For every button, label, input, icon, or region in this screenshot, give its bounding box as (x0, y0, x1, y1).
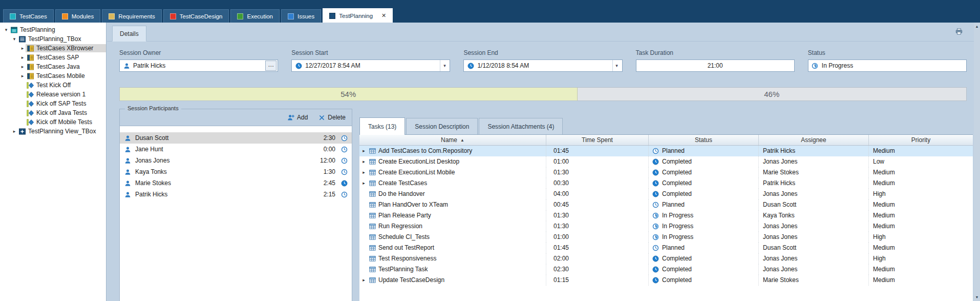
task-name: Plan Release Party (378, 210, 431, 221)
app-tab-modules[interactable]: Modules (55, 9, 100, 23)
column-header-status[interactable]: Status (649, 135, 759, 145)
expand-caret-icon[interactable]: ▸ (361, 178, 366, 189)
column-header-time-spent[interactable]: Time Spent (546, 135, 649, 145)
tree-item-kick-off-sap-tests[interactable]: Kick off SAP Tests (0, 99, 106, 108)
app-tab-requirements[interactable]: Requirements (102, 9, 162, 23)
tree-expand-icon[interactable]: ▸ (19, 46, 26, 51)
tasks-tab-session-description[interactable]: Session Description (406, 118, 478, 134)
tree-item-testcases-xbrowser[interactable]: ▸TestCases XBrowser (0, 44, 106, 53)
app-tab-testcases[interactable]: TestCases (3, 9, 54, 23)
tasks-tab-session-attachments-4[interactable]: Session Attachments (4) (479, 118, 563, 134)
tree-item-release-version-1[interactable]: Release version 1 (0, 90, 106, 99)
expand-caret-icon[interactable]: ▸ (361, 275, 366, 286)
task-row-testplanning-task[interactable]: TestPlanning Task02:30CompletedJonas Jon… (359, 264, 973, 275)
task-time-spent: 01:15 (546, 275, 649, 286)
task-row-send-out-testreport[interactable]: Send out TestReport01:45PlannedDusan Sco… (359, 243, 973, 253)
task-row-test-responsiveness[interactable]: Test Responsiveness02:00CompletedJonas J… (359, 253, 973, 264)
task-row-add-testcases-to-com-repository[interactable]: ▸Add TestCases to Com.Repository01:45Pla… (359, 146, 973, 156)
task-time-spent: 00:30 (546, 178, 649, 189)
column-header-priority[interactable]: Priority (869, 135, 973, 145)
tree-item-testcases-mobile[interactable]: ▸TestCases Mobile (0, 71, 106, 81)
tree-item-kick-off-java-tests[interactable]: Kick off Java Tests (0, 108, 106, 117)
participant-time: 0:00 (317, 146, 335, 153)
task-row-schedule-ci-tests[interactable]: Schedule CI_Tests01:00In ProgressJonas J… (359, 232, 973, 243)
tree-item-testcases-sap[interactable]: ▸TestCases SAP (0, 53, 106, 62)
participant-time: 2:45 (317, 179, 335, 187)
clock-outline-icon (340, 134, 348, 142)
column-header-name[interactable]: Name▲ (359, 135, 546, 145)
tree-expand-icon[interactable]: ▾ (3, 27, 9, 32)
task-row-plan-release-party[interactable]: Plan Release Party01:30In ProgressKaya T… (359, 210, 973, 221)
participant-row-jane-hunt[interactable]: Jane Hunt0:00 (120, 144, 352, 155)
delete-participant-button[interactable]: Delete (318, 114, 346, 121)
tree-item-kick-off-mobile-tests[interactable]: Kick off Mobile Tests (0, 117, 106, 127)
participant-row-kaya-tonks[interactable]: Kaya Tonks1:30 (120, 166, 352, 177)
node-testcases-icon (27, 63, 34, 70)
participant-row-dusan-scott[interactable]: Dusan Scott2:30 (120, 132, 352, 144)
task-priority: High (869, 253, 973, 264)
print-icon[interactable] (955, 28, 963, 35)
column-header-label: Priority (911, 136, 930, 144)
column-header-label: Name (441, 136, 457, 144)
participant-row-patrik-hicks[interactable]: Patrik Hicks2:15 (120, 189, 352, 200)
field-value: 1/12/2018 8:54 AM (477, 62, 609, 69)
tree-item-testplanning-tbox[interactable]: ▾TestPlanning_TBox (0, 34, 106, 44)
tree-expand-icon[interactable]: ▸ (11, 129, 17, 134)
tab-details[interactable]: Details (112, 26, 146, 42)
column-header-label: Assignee (801, 136, 826, 144)
participant-row-jonas-jones[interactable]: Jonas Jones12:00 (120, 155, 352, 166)
task-name: TestPlanning Task (378, 264, 428, 275)
tree-item-testplanning-view-tbox[interactable]: ▸TestPlanning View_TBox (0, 127, 106, 136)
tree-expand-icon[interactable]: ▸ (19, 64, 26, 69)
app-tab-execution[interactable]: Execution (230, 9, 280, 23)
task-time-spent: 02:00 (546, 253, 649, 264)
task-assignee: Jonas Jones (759, 264, 869, 275)
close-tab-icon[interactable]: ✕ (381, 13, 386, 18)
expand-caret-icon[interactable]: ▸ (361, 156, 366, 167)
dropdown-icon[interactable]: ▾ (612, 60, 621, 71)
task-status: In Progress (662, 210, 693, 221)
app-tab-testplanning[interactable]: TestPlanning✕ (323, 8, 393, 23)
tasks-tab-tasks-13[interactable]: Tasks (13) (359, 117, 405, 135)
tree-expand-icon[interactable]: ▸ (19, 55, 26, 60)
expand-caret-icon[interactable]: ▸ (361, 167, 366, 178)
task-status: Completed (662, 167, 692, 178)
node-milestone-icon (27, 118, 34, 126)
dropdown-icon[interactable]: ▾ (440, 60, 449, 71)
tree-item-testplanning[interactable]: ▾TestPlanning (0, 25, 106, 34)
field-input-session-start[interactable]: 12/27/2017 8:54 AM▾ (291, 59, 450, 72)
task-row-update-testcasedesign[interactable]: ▸Update TestCaseDesign01:15CompletedMari… (359, 275, 973, 286)
task-status: Completed (662, 264, 692, 275)
tree-item-testcases-java[interactable]: ▸TestCases Java (0, 62, 106, 71)
node-milestone-icon (27, 82, 34, 89)
task-row-do-the-handover[interactable]: Do the Handover04:00CompletedJonas Jones… (359, 189, 973, 199)
task-status: In Progress (662, 221, 693, 232)
column-header-assignee[interactable]: Assignee (759, 135, 869, 145)
expand-caret-icon[interactable]: ▸ (361, 146, 366, 156)
tasks-table: Name▲Time SpentStatusAssigneePriority ▸A… (359, 134, 973, 301)
task-row-create-testcases[interactable]: ▸Create TestCases00:30CompletedPatrik Hi… (359, 178, 973, 189)
participants-panel-title: Session Participants (125, 105, 181, 111)
task-assignee: Dusan Scott (759, 199, 869, 210)
vertical-scrollbar[interactable]: ▲ ▼ (974, 23, 980, 301)
field-input-status[interactable]: In Progress (808, 59, 967, 72)
field-input-session-end[interactable]: 1/12/2018 8:54 AM▾ (463, 59, 622, 72)
task-row-plan-handover-to-xteam[interactable]: Plan HandOver to XTeam00:45PlannedDusan … (359, 199, 973, 210)
app-tab-testcasedesign[interactable]: TestCaseDesign (163, 9, 229, 23)
app-tab-issues[interactable]: Issues (281, 9, 321, 23)
task-row-create-executionlist-mobile[interactable]: ▸Create ExecutionList Mobile01:30Complet… (359, 167, 973, 178)
person-icon (124, 168, 131, 175)
task-time-spent: 01:00 (546, 232, 649, 243)
task-row-create-executionlist-desktop[interactable]: ▸Create ExecutionList Desktop01:00Comple… (359, 156, 973, 167)
scroll-up-icon[interactable]: ▲ (974, 25, 980, 28)
browse-button[interactable]: … (265, 61, 276, 71)
field-input-session-owner[interactable]: Patrik Hicks… (119, 59, 278, 72)
field-input-task-duration[interactable]: 21:00 (636, 59, 795, 72)
task-row-run-regression[interactable]: Run Regression01:30In ProgressJonas Jone… (359, 221, 973, 232)
tree-expand-icon[interactable]: ▸ (19, 73, 26, 78)
participant-row-marie-stokes[interactable]: Marie Stokes2:45 (120, 177, 352, 189)
scroll-down-icon[interactable]: ▼ (974, 295, 980, 299)
tree-item-test-kick-off[interactable]: Test Kick Off (0, 81, 106, 90)
tree-expand-icon[interactable]: ▾ (11, 36, 17, 42)
add-participant-button[interactable]: Add (287, 114, 308, 121)
